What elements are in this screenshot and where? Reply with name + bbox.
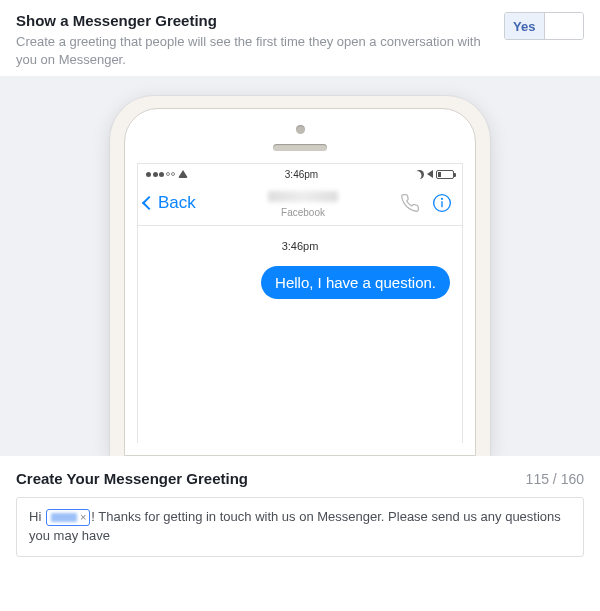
name-token-placeholder <box>51 513 77 522</box>
name-token-chip[interactable]: × <box>46 509 90 526</box>
phone-camera <box>296 125 305 134</box>
editor-title: Create Your Messenger Greeting <box>16 470 248 487</box>
phone-frame: 3:46pm Back Facebook <box>110 96 490 456</box>
info-icon[interactable] <box>432 193 452 213</box>
back-button[interactable]: Back <box>144 193 214 213</box>
greeting-input[interactable]: Hi ×! Thanks for getting in touch with u… <box>16 497 584 557</box>
page-name-placeholder <box>268 191 338 202</box>
phone-screen: 3:46pm Back Facebook <box>137 163 463 443</box>
close-icon[interactable]: × <box>80 512 86 523</box>
chat-nav-bar: Back Facebook <box>138 182 462 226</box>
chat-timestamp: 3:46pm <box>150 240 450 252</box>
location-icon <box>427 170 433 178</box>
call-icon[interactable] <box>400 193 420 213</box>
chat-body: 3:46pm Hello, I have a question. <box>138 226 462 313</box>
status-bar: 3:46pm <box>138 164 462 182</box>
svg-point-2 <box>442 198 443 199</box>
message-bubble: Hello, I have a question. <box>261 266 450 299</box>
platform-label: Facebook <box>214 207 392 218</box>
greeting-text-before: Hi <box>29 509 45 524</box>
signal-icon <box>146 172 175 177</box>
settings-header: Show a Messenger Greeting Create a greet… <box>0 0 600 76</box>
setting-subtitle: Create a greeting that people will see t… <box>16 33 488 68</box>
dnd-icon <box>415 170 424 179</box>
chevron-left-icon <box>142 196 156 210</box>
wifi-icon <box>178 170 188 178</box>
status-time: 3:46pm <box>285 169 318 180</box>
greeting-toggle[interactable]: Yes <box>504 12 584 40</box>
battery-icon <box>436 170 454 179</box>
phone-speaker <box>273 144 327 151</box>
setting-title: Show a Messenger Greeting <box>16 12 488 29</box>
greeting-text-after: ! Thanks for getting in touch with us on… <box>29 509 561 543</box>
back-label: Back <box>158 193 196 213</box>
toggle-yes[interactable]: Yes <box>505 13 545 39</box>
char-counter: 115 / 160 <box>526 471 584 487</box>
toggle-no[interactable] <box>545 13 584 39</box>
greeting-editor: Create Your Messenger Greeting 115 / 160… <box>0 456 600 573</box>
phone-preview: 3:46pm Back Facebook <box>0 76 600 456</box>
